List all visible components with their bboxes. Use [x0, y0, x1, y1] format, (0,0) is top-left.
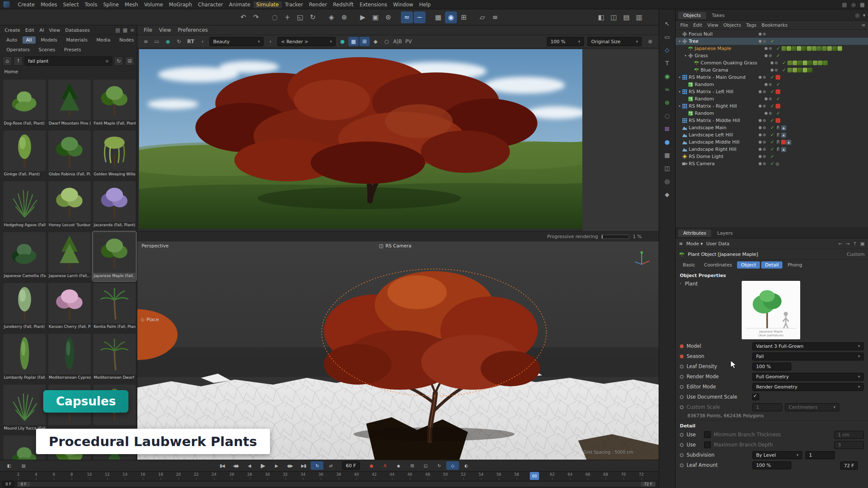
panel-menu-icon[interactable]: ≡: [141, 37, 151, 46]
enabled-check-icon[interactable]: ✓: [775, 53, 782, 58]
coordinate-system-button[interactable]: ⊕: [338, 11, 350, 23]
visibility-dots[interactable]: [765, 54, 775, 57]
enabled-check-icon[interactable]: ✓: [769, 147, 776, 152]
object-row-rs-matrix-middle-hill[interactable]: RS Matrix - Middle Hill✓: [676, 117, 868, 124]
object-row-rs-dome-light[interactable]: RS Dome Light✓: [676, 153, 868, 160]
anim-dot[interactable]: [680, 433, 684, 437]
object-row-random[interactable]: Random✓: [676, 81, 868, 88]
tab-operators[interactable]: Operators: [3, 46, 33, 53]
object-row-focus-null[interactable]: Focus Null: [676, 30, 868, 38]
attr-tab-layers[interactable]: Layers: [712, 230, 737, 237]
undo-button[interactable]: ↶: [237, 11, 249, 23]
material-tag-icon[interactable]: [787, 61, 792, 65]
goto-end-button[interactable]: ▶▮: [297, 461, 310, 470]
visibility-dots[interactable]: [759, 141, 769, 144]
menu-help[interactable]: Help: [416, 1, 434, 8]
object-row-common-quaking-grass[interactable]: Common Quaking Grass✓: [676, 59, 868, 67]
om-menu-bookmarks[interactable]: Bookmarks: [760, 22, 790, 28]
editor-mode-dropdown[interactable]: Render Geometry▾: [752, 383, 864, 391]
menu-character[interactable]: Character: [195, 1, 226, 8]
plane-icon[interactable]: ▭: [662, 32, 673, 42]
rv-menu-file[interactable]: File: [141, 27, 155, 33]
subdivision-value-input[interactable]: 1: [805, 451, 835, 459]
object-row-random[interactable]: Random✓: [676, 110, 868, 117]
category-tab-basic[interactable]: Basic: [679, 261, 699, 269]
size-dropdown[interactable]: Original Size▾: [587, 37, 642, 46]
thumb-size-icon[interactable]: ▤: [115, 27, 120, 33]
next-frame-button[interactable]: ▶: [270, 461, 283, 470]
visibility-dots[interactable]: [759, 148, 769, 151]
menu-volume[interactable]: Volume: [141, 1, 166, 8]
visibility-dots[interactable]: [759, 105, 769, 108]
material-tag-icon[interactable]: [793, 68, 797, 72]
visibility-dots[interactable]: [759, 40, 769, 43]
enabled-check-icon[interactable]: ✓: [769, 132, 776, 138]
material-tag-icon[interactable]: [798, 61, 802, 65]
asset-item-dwarf-mountain-pine[interactable]: Dwarf Mountain Pine (...: [47, 79, 92, 129]
fracture-tag-icon[interactable]: F: [776, 125, 781, 130]
expand-icon[interactable]: ›: [680, 281, 682, 339]
marker-icon[interactable]: ▤: [17, 461, 30, 470]
material-tag-icon[interactable]: [787, 46, 791, 51]
asset-item-dog-rose-fall-plant[interactable]: Dog-Rose (Fall, Plant): [3, 79, 47, 129]
anim-dot[interactable]: [680, 385, 684, 389]
target-icon[interactable]: ◎: [662, 176, 673, 186]
redshift-object-tag-icon[interactable]: [781, 140, 786, 144]
browser-menu-databases[interactable]: Databases: [63, 27, 92, 33]
target-tag-icon[interactable]: ◎: [776, 161, 779, 166]
interface-color-icon[interactable]: ▥: [633, 11, 645, 23]
render-camera-icon[interactable]: ◉: [163, 37, 173, 46]
am-burger-icon[interactable]: ≡: [679, 241, 683, 247]
record-button[interactable]: ●: [365, 461, 378, 470]
menu-render[interactable]: Render: [306, 1, 330, 8]
material-tag-icon[interactable]: [813, 61, 818, 65]
model-dropdown[interactable]: Variant 3 Full-Grown▾: [752, 342, 864, 350]
simulation-b-button[interactable]: ~: [414, 11, 426, 23]
material-tag-icon[interactable]: [808, 68, 812, 72]
range-right-handle[interactable]: 72 F: [641, 482, 656, 487]
material-tag-icon[interactable]: [818, 61, 823, 65]
enabled-check-icon[interactable]: ✓: [769, 154, 776, 159]
layout-left-icon[interactable]: ◧: [595, 11, 607, 23]
search-input[interactable]: fall plant ×: [25, 56, 112, 66]
enabled-check-icon[interactable]: ✓: [769, 161, 776, 166]
menu-mograph[interactable]: MoGraph: [166, 1, 195, 8]
autokey-button[interactable]: A: [378, 461, 391, 470]
anim-dot[interactable]: [680, 405, 684, 409]
particle-icon[interactable]: ●: [662, 137, 673, 147]
browser-menu-icon[interactable]: ≡: [130, 27, 134, 33]
visibility-dots[interactable]: [759, 162, 769, 165]
expand-caret-icon[interactable]: ▾: [677, 104, 682, 108]
menu-extensions[interactable]: Extensions: [356, 1, 390, 8]
visibility-dots[interactable]: [759, 133, 769, 136]
scale-button[interactable]: ◱: [294, 11, 306, 23]
current-frame-field[interactable]: 60 F: [342, 461, 360, 470]
layout-icon[interactable]: ▤: [842, 2, 847, 8]
material-icon[interactable]: ◆: [662, 189, 673, 200]
modes-menu-button[interactable]: ≡: [489, 11, 501, 23]
object-row-landscape-middle-hill[interactable]: Landscape Middle Hill✓F▲: [676, 139, 868, 146]
asset-item-lombardy-poplar-fall[interactable]: Lombardy Poplar (Fall...: [3, 333, 47, 383]
select-arrow-icon[interactable]: ↖: [662, 19, 673, 29]
fracture-tag-icon[interactable]: F: [776, 133, 781, 138]
visibility-dots[interactable]: [759, 33, 769, 36]
leaf-amount-input[interactable]: 100 %: [752, 461, 791, 469]
visibility-dots[interactable]: [759, 119, 769, 122]
om-filter-icon[interactable]: ▾: [863, 12, 865, 18]
rv-menu-view[interactable]: View: [156, 27, 174, 33]
move-button[interactable]: +: [281, 11, 293, 23]
key-scale-button[interactable]: ◱: [419, 461, 432, 470]
phong-tag-icon[interactable]: ▲: [786, 140, 791, 145]
asset-item-juneberry-fall-plant[interactable]: Juneberry (Fall, Plant): [3, 282, 47, 332]
object-row-rs-camera[interactable]: RS Camera✓◎: [676, 160, 868, 167]
next-pass-icon[interactable]: ›: [265, 37, 275, 46]
object-row-japanese-maple[interactable]: Japanese Maple✓: [676, 45, 868, 52]
browser-menu-edit[interactable]: Edit: [23, 27, 36, 33]
layout-split-icon[interactable]: ◫: [608, 11, 620, 23]
asset-item-japanese-larch-fall[interactable]: Japanese Larch (Fall,...: [47, 231, 92, 281]
material-tag-icon[interactable]: [822, 46, 827, 51]
om-menu-objects[interactable]: Objects: [721, 22, 743, 28]
material-tag-icon[interactable]: [817, 46, 822, 51]
enabled-check-icon[interactable]: ✓: [775, 82, 782, 87]
lock-icon[interactable]: ▣: [860, 241, 865, 247]
